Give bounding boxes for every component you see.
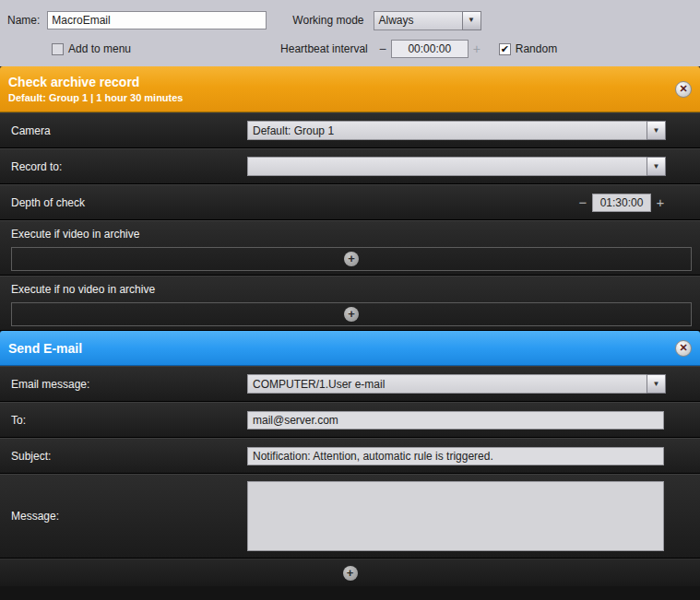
camera-label: Camera: [11, 124, 247, 137]
add-to-menu-checkbox[interactable]: [52, 43, 64, 55]
working-mode-dropdown[interactable]: Always ▼: [374, 11, 481, 30]
send-email-header: Send E-mail ✕: [0, 331, 700, 366]
working-mode-label: Working mode: [292, 14, 363, 27]
email-message-dropdown[interactable]: COMPUTER/1.User e-mail: [247, 374, 647, 394]
add-to-menu-label: Add to menu: [68, 42, 131, 55]
chevron-down-icon: ▼: [653, 127, 660, 135]
check-archive-title: Check archive record: [8, 75, 184, 89]
close-send-email-button[interactable]: ✕: [675, 340, 692, 357]
send-email-body: Email message: COMPUTER/1.User e-mail ▼ …: [0, 366, 700, 586]
email-message-row: Email message: COMPUTER/1.User e-mail ▼: [0, 366, 700, 402]
depth-of-check-input[interactable]: [592, 194, 651, 212]
record-to-row: Record to: ▼: [0, 148, 700, 184]
send-email-panel: Send E-mail ✕ Email message: COMPUTER/1.…: [0, 331, 700, 586]
check-archive-header: Check archive record Default: Group 1 | …: [0, 66, 700, 112]
heartbeat-plus-button[interactable]: +: [471, 41, 482, 56]
random-label: Random: [516, 42, 557, 55]
message-textarea[interactable]: [247, 481, 664, 551]
macro-editor-window: Name: Working mode Always ▼ Add to menu …: [0, 0, 700, 586]
message-row: Message:: [0, 474, 700, 559]
heartbeat-interval-label: Heartbeat interval: [280, 42, 368, 55]
add-action-icon[interactable]: +: [344, 252, 359, 266]
record-to-dropdown[interactable]: [247, 157, 647, 176]
execute-if-no-video-row: Execute if no video in archive +: [0, 276, 700, 331]
random-checkbox[interactable]: ✔: [499, 43, 511, 55]
execute-if-video-row: Execute if video in archive +: [0, 220, 700, 276]
close-check-archive-button[interactable]: ✕: [675, 81, 692, 98]
email-message-label: Email message:: [11, 378, 247, 391]
chevron-down-icon: ▼: [653, 381, 660, 388]
record-to-label: Record to:: [11, 160, 247, 173]
macro-general-settings: Name: Working mode Always ▼ Add to menu …: [0, 0, 700, 66]
check-archive-panel: Check archive record Default: Group 1 | …: [0, 66, 700, 331]
subject-input[interactable]: [247, 447, 664, 465]
working-mode-dropdown-button[interactable]: ▼: [462, 11, 481, 30]
record-to-dropdown-button[interactable]: ▼: [647, 157, 666, 176]
check-archive-body: Camera Default: Group 1 ▼ Record to: ▼ D…: [0, 112, 700, 331]
to-input[interactable]: [247, 411, 664, 429]
execute-if-no-video-add-bar[interactable]: +: [11, 302, 692, 326]
camera-row: Camera Default: Group 1 ▼: [0, 112, 700, 148]
depth-of-check-label: Depth of check: [11, 196, 247, 209]
camera-dropdown-button[interactable]: ▼: [647, 121, 666, 140]
execute-if-video-add-bar[interactable]: +: [11, 247, 692, 271]
chevron-down-icon: ▼: [468, 17, 475, 24]
chevron-down-icon: ▼: [653, 163, 660, 171]
to-row: To:: [0, 402, 700, 438]
subject-row: Subject:: [0, 438, 700, 474]
camera-dropdown[interactable]: Default: Group 1: [247, 121, 647, 140]
depth-minus-button[interactable]: −: [577, 194, 588, 210]
depth-of-check-row: Depth of check − +: [0, 184, 700, 220]
check-icon: ✔: [501, 43, 509, 55]
send-email-title: Send E-mail: [8, 341, 82, 356]
message-label: Message:: [11, 510, 247, 523]
subject-label: Subject:: [11, 450, 247, 463]
close-icon: ✕: [679, 84, 687, 94]
email-message-dropdown-button[interactable]: ▼: [647, 374, 666, 394]
check-archive-subtitle: Default: Group 1 | 1 hour 30 minutes: [8, 92, 184, 103]
execute-if-no-video-label: Execute if no video in archive: [11, 283, 692, 296]
close-icon: ✕: [679, 343, 687, 353]
execute-if-video-label: Execute if video in archive: [11, 228, 692, 241]
heartbeat-interval-input[interactable]: [391, 40, 469, 58]
name-label: Name:: [7, 14, 40, 27]
add-action-icon[interactable]: +: [344, 307, 359, 322]
macro-name-input[interactable]: [47, 11, 267, 29]
to-label: To:: [11, 414, 247, 427]
working-mode-value[interactable]: Always: [374, 11, 462, 30]
send-email-add-row: +: [0, 559, 700, 586]
depth-plus-button[interactable]: +: [655, 194, 666, 210]
add-action-icon[interactable]: +: [343, 566, 358, 581]
heartbeat-minus-button[interactable]: −: [377, 41, 388, 56]
